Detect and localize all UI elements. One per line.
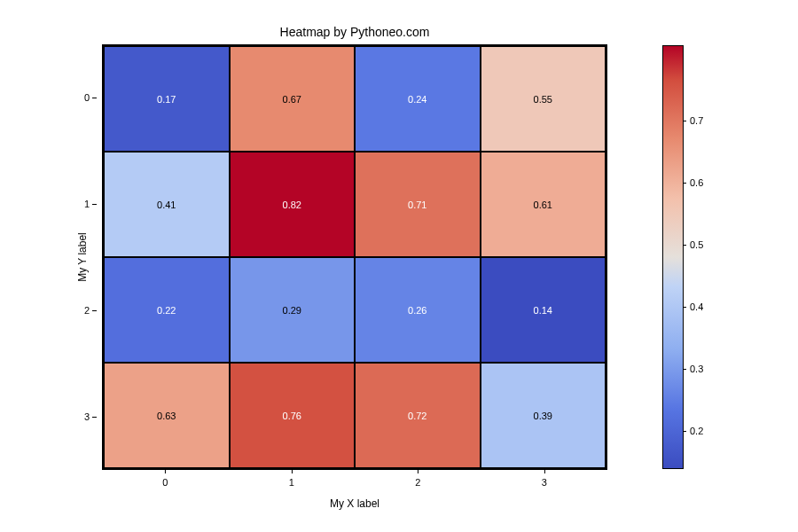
- colorbar-tick: 0.3: [690, 364, 703, 374]
- heatmap-cell: 0.82: [230, 152, 356, 257]
- y-tick: 2: [84, 305, 90, 316]
- x-tick: 0: [162, 477, 168, 488]
- colorbar-tick: 0.4: [690, 301, 703, 312]
- heatmap-cell: 0.29: [230, 257, 356, 363]
- heatmap-cell: 0.63: [104, 363, 230, 468]
- heatmap-cell: 0.26: [355, 257, 481, 363]
- heatmap-cell: 0.39: [481, 363, 606, 468]
- heatmap-cell: 0.41: [104, 152, 230, 257]
- x-tick: 3: [542, 477, 547, 488]
- heatmap-cell: 0.67: [230, 46, 356, 152]
- heatmap-cell: 0.61: [481, 152, 606, 257]
- heatmap-cell: 0.55: [481, 46, 606, 152]
- colorbar-tick: 0.2: [690, 426, 703, 436]
- heatmap-grid: 0.170.670.240.550.410.820.710.610.220.29…: [102, 44, 607, 470]
- heatmap-cell: 0.22: [104, 257, 230, 363]
- heatmap-cell: 0.76: [230, 363, 356, 468]
- heatmap-cell: 0.17: [104, 46, 230, 152]
- x-tick: 1: [289, 477, 294, 488]
- y-tick: 3: [84, 411, 90, 422]
- heatmap-cell: 0.14: [481, 257, 606, 363]
- colorbar-tick: 0.5: [690, 239, 703, 250]
- x-tick: 2: [415, 477, 420, 488]
- heatmap-container: My Y label My X label 0 1 2 3 0 1 2 3 0.…: [102, 44, 607, 470]
- x-axis-label: My X label: [330, 497, 379, 510]
- chart-title: Heatmap by Pythoneo.com: [280, 25, 430, 39]
- heatmap-cell: 0.71: [355, 152, 481, 257]
- colorbar-tick: 0.6: [690, 177, 703, 188]
- y-axis-label: My Y label: [76, 232, 89, 282]
- colorbar-tick: 0.7: [690, 115, 703, 126]
- heatmap-cell: 0.24: [355, 46, 481, 152]
- y-tick: 0: [84, 92, 90, 103]
- heatmap-cell: 0.72: [355, 363, 481, 468]
- y-tick: 1: [84, 199, 90, 209]
- colorbar: 0.20.30.40.50.60.7: [663, 46, 683, 468]
